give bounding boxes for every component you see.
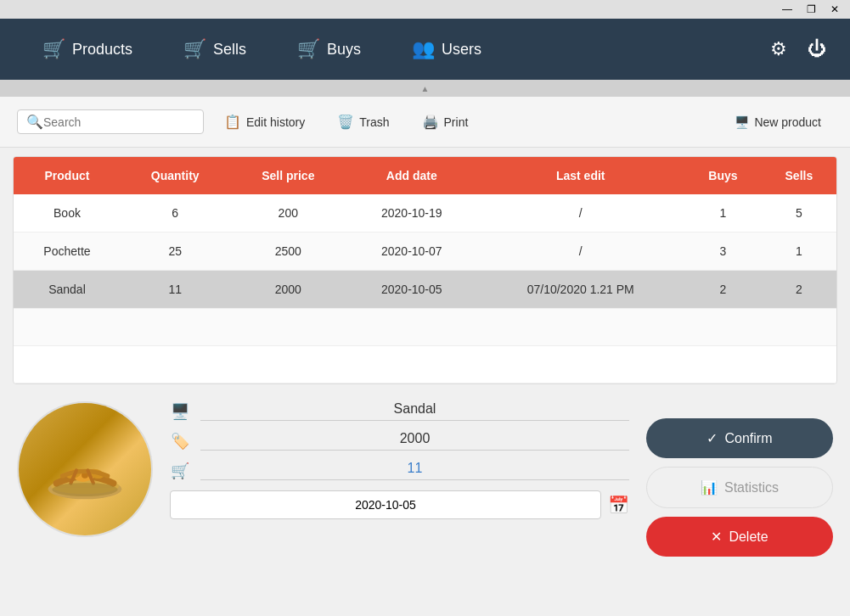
table-cell-empty xyxy=(762,346,836,384)
print-button[interactable]: 🖨️ Print xyxy=(410,109,481,135)
table-cell: 6 xyxy=(121,194,230,232)
new-product-icon: 🖥️ xyxy=(735,115,749,129)
nav-sells-label: Sells xyxy=(213,41,246,59)
search-container[interactable]: 🔍 xyxy=(17,109,204,134)
table-row-empty xyxy=(14,309,836,346)
statistics-icon: 📊 xyxy=(701,479,718,496)
nav-products[interactable]: 🛒 Products xyxy=(17,30,158,69)
table-cell: 25 xyxy=(121,232,230,271)
product-date-input[interactable] xyxy=(170,490,601,519)
scroll-indicator: ▲ xyxy=(0,80,850,97)
col-buys: Buys xyxy=(684,157,762,194)
calendar-icon[interactable]: 📅 xyxy=(608,495,629,515)
table-cell-empty xyxy=(476,346,684,384)
confirm-check-icon: ✓ xyxy=(706,430,718,446)
minimize-button[interactable]: — xyxy=(775,2,799,17)
table-cell: 2020-10-07 xyxy=(346,232,476,271)
table-cell: 2500 xyxy=(229,232,346,271)
product-image xyxy=(19,403,151,535)
table-cell: 2 xyxy=(762,271,836,309)
table-cell: 2 xyxy=(684,271,762,309)
buys-nav-icon: 🛒 xyxy=(297,38,320,60)
new-product-button[interactable]: 🖥️ New product xyxy=(723,110,833,134)
product-name-icon: 🖥️ xyxy=(170,402,190,421)
users-nav-icon: 👥 xyxy=(412,38,435,60)
print-label: Print xyxy=(444,115,469,129)
table-cell-empty xyxy=(229,309,346,346)
product-image-container xyxy=(17,401,153,537)
action-buttons: ✓ Confirm 📊 Statistics ✕ Delete xyxy=(646,401,833,557)
table-row[interactable]: Pochette2525002020-10-07/31 xyxy=(14,232,836,271)
table-cell: 200 xyxy=(229,194,346,232)
table-row[interactable]: Book62002020-10-19/15 xyxy=(14,194,836,232)
table-cell-empty xyxy=(684,346,762,384)
detail-date-row: 📅 xyxy=(170,490,629,519)
products-table-container: Product Quantity Sell price Add date Las… xyxy=(13,156,837,384)
close-button[interactable]: ✕ xyxy=(823,2,847,17)
table-row[interactable]: Sandal1120002020-10-0507/10/2020 1.21 PM… xyxy=(14,271,836,309)
table-cell-empty xyxy=(346,346,476,384)
detail-quantity-row: 🛒 11 xyxy=(170,461,629,480)
detail-name-row: 🖥️ Sandal xyxy=(170,401,629,421)
statistics-button[interactable]: 📊 Statistics xyxy=(646,467,833,508)
product-details: 🖥️ Sandal 🏷️ 2000 🛒 11 📅 xyxy=(170,401,629,519)
nav-buys[interactable]: 🛒 Buys xyxy=(272,30,386,69)
products-nav-icon: 🛒 xyxy=(42,38,65,60)
sandal-image xyxy=(34,435,136,503)
table-cell-empty xyxy=(476,309,684,346)
print-icon: 🖨️ xyxy=(422,114,439,130)
nav-products-label: Products xyxy=(72,41,132,59)
table-cell: / xyxy=(476,194,684,232)
delete-button[interactable]: ✕ Delete xyxy=(646,517,833,557)
table-cell-empty xyxy=(14,309,121,346)
sells-nav-icon: 🛒 xyxy=(183,38,206,60)
nav-users[interactable]: 👥 Users xyxy=(386,30,507,69)
table-cell: 1 xyxy=(762,232,836,271)
table-cell: 11 xyxy=(121,271,230,309)
table-header-row: Product Quantity Sell price Add date Las… xyxy=(14,157,836,194)
product-quantity-value: 11 xyxy=(200,461,629,480)
table-cell: 2020-10-05 xyxy=(346,271,476,309)
table-cell-empty xyxy=(121,309,230,346)
quantity-icon: 🛒 xyxy=(170,462,190,480)
nav-users-label: Users xyxy=(442,41,481,59)
search-input[interactable] xyxy=(43,115,194,129)
maximize-button[interactable]: ❐ xyxy=(799,2,823,17)
trash-button[interactable]: 🗑️ Trash xyxy=(325,109,401,135)
table-cell: 1 xyxy=(684,194,762,232)
table-row-empty xyxy=(14,346,836,384)
table-cell: 2020-10-19 xyxy=(346,194,476,232)
table-cell-empty xyxy=(14,346,121,384)
product-name-value: Sandal xyxy=(200,401,629,421)
col-sells: Sells xyxy=(762,157,836,194)
power-icon: ⏻ xyxy=(808,38,826,59)
table-cell: Book xyxy=(14,194,121,232)
price-icon: 🏷️ xyxy=(170,432,190,451)
table-cell-empty xyxy=(346,309,476,346)
table-cell-empty xyxy=(121,346,230,384)
edit-history-label: Edit history xyxy=(246,115,305,129)
table-cell-empty xyxy=(229,346,346,384)
confirm-button[interactable]: ✓ Confirm xyxy=(646,418,833,458)
nav-buys-label: Buys xyxy=(327,41,361,59)
col-sell-price: Sell price xyxy=(229,157,346,194)
toolbar: 🔍 📋 Edit history 🗑️ Trash 🖨️ Print 🖥️ Ne… xyxy=(0,97,850,148)
table-cell-empty xyxy=(684,309,762,346)
table-cell: 07/10/2020 1.21 PM xyxy=(476,271,684,309)
settings-button[interactable]: ⚙ xyxy=(763,31,794,67)
product-price-value: 2000 xyxy=(200,431,629,451)
delete-x-icon: ✕ xyxy=(711,529,722,545)
settings-icon: ⚙ xyxy=(770,38,787,59)
delete-label: Delete xyxy=(729,529,768,545)
navbar: 🛒 Products 🛒 Sells 🛒 Buys 👥 Users ⚙ ⏻ xyxy=(0,19,850,80)
table-cell-empty xyxy=(762,309,836,346)
table-cell: Sandal xyxy=(14,271,121,309)
table-cell: / xyxy=(476,232,684,271)
trash-icon: 🗑️ xyxy=(337,114,354,130)
edit-history-button[interactable]: 📋 Edit history xyxy=(212,109,317,135)
titlebar: — ❐ ✕ xyxy=(0,0,850,19)
col-last-edit: Last edit xyxy=(476,157,684,194)
confirm-label: Confirm xyxy=(724,431,772,446)
power-button[interactable]: ⏻ xyxy=(801,31,833,67)
nav-sells[interactable]: 🛒 Sells xyxy=(158,30,272,69)
